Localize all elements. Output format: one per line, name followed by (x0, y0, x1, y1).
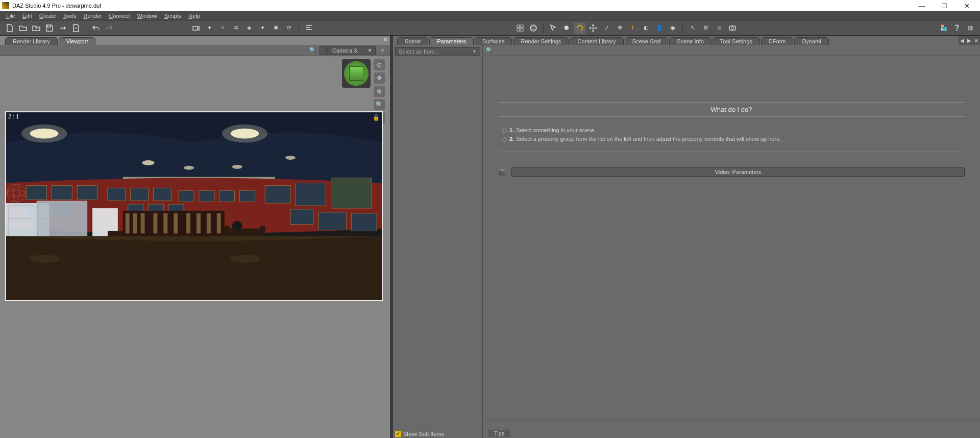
tab-scroll-left-icon[interactable]: ◀ (959, 36, 966, 45)
redo-icon[interactable] (104, 22, 115, 34)
save-as-icon[interactable] (70, 22, 82, 34)
camera-icon: 🎥 (323, 47, 330, 54)
tab-render-settings[interactable]: Render Settings (513, 37, 569, 45)
menu-file[interactable]: File (3, 13, 18, 19)
zoom-icon[interactable]: 🔍 (374, 99, 385, 110)
undo-icon[interactable] (90, 22, 102, 34)
svg-rect-24 (131, 188, 149, 201)
align-icon[interactable] (303, 22, 314, 34)
save-icon[interactable] (44, 22, 55, 34)
tab-parameters[interactable]: Parameters (429, 37, 474, 45)
render-settings-icon[interactable]: ⛭ (714, 22, 725, 34)
gear-tool-icon[interactable]: ⚙ (700, 22, 712, 34)
svg-rect-1 (517, 25, 520, 28)
perspective-icon[interactable] (514, 22, 526, 34)
import-icon[interactable] (31, 22, 42, 34)
menu-connect[interactable]: Connect (106, 13, 133, 19)
menu-help[interactable]: Help (185, 13, 203, 19)
camera-tool-icon[interactable] (190, 22, 202, 34)
tab-dform[interactable]: DForm (761, 37, 794, 45)
tab-surfaces[interactable]: Surfaces (475, 37, 512, 45)
viewport-render[interactable]: 2 : 1 🔓 (5, 111, 383, 301)
open-file-icon[interactable] (17, 22, 29, 34)
svg-rect-56 (163, 213, 167, 234)
menu-edit[interactable]: Edit (19, 13, 35, 19)
select-tool-icon[interactable] (548, 22, 559, 34)
video-parameters-button[interactable]: Video: Parameters (511, 167, 965, 177)
scale-tool-icon[interactable]: ⤢ (601, 22, 612, 34)
pointer-tool-icon[interactable]: ↖ (687, 22, 698, 34)
menu-tools[interactable]: Tools (60, 13, 80, 19)
panel-options-icon[interactable]: ≡ (973, 36, 980, 45)
spot-light-icon[interactable]: ✧ (217, 22, 228, 34)
item-selector-placeholder: Select an Item... (399, 48, 439, 55)
translate-tool-icon[interactable] (587, 22, 599, 34)
svg-rect-32 (331, 178, 372, 208)
search-icon[interactable]: 🔍 (308, 46, 317, 55)
tab-viewport[interactable]: Viewport (59, 37, 96, 45)
new-file-icon[interactable] (4, 22, 15, 34)
tab-scene-info[interactable]: Scene Info (669, 37, 712, 45)
pose-tool-icon[interactable]: 🚶 (627, 22, 639, 34)
group-icon[interactable]: ⟳ (283, 22, 295, 34)
store-icon[interactable]: 🏪 (938, 22, 949, 34)
lock-icon[interactable]: 🔓 (373, 114, 380, 121)
null-icon[interactable]: ✱ (270, 22, 281, 34)
help-icon[interactable]: ❔ (951, 22, 963, 34)
viewport-area[interactable]: ⊙ ✥ ⊕ 🔍 ⛶ 2 : 1 🔓 (0, 56, 390, 438)
spot-tool-icon[interactable]: ◉ (667, 22, 678, 34)
svg-point-11 (21, 125, 67, 143)
tab-scene-graf[interactable]: Scene Graf (625, 37, 669, 45)
maximize-button[interactable]: ☐ (933, 0, 955, 11)
export-icon[interactable] (57, 22, 68, 34)
show-sub-items-checkbox[interactable]: ✔ Show Sub Items (393, 429, 482, 438)
svg-rect-21 (52, 185, 72, 200)
rotate-tool-icon[interactable] (574, 22, 585, 34)
menu-scripts[interactable]: Scripts (161, 13, 185, 19)
svg-rect-61 (217, 213, 221, 234)
distant-light-icon[interactable]: ✲ (230, 22, 241, 34)
item-selector[interactable]: Select an Item... ▼ (395, 47, 480, 56)
parameter-search[interactable]: 🔍 (483, 45, 980, 56)
camera-selector[interactable]: 🎥 Camera 3 ▼ (320, 46, 376, 55)
tab-tips[interactable]: Tips (488, 430, 510, 437)
tab-scroll-right-icon[interactable]: ▶ (966, 36, 973, 45)
tab-scene[interactable]: Scene (397, 37, 428, 45)
view-cube[interactable] (342, 59, 371, 88)
linear-light-icon[interactable]: ✦ (257, 22, 268, 34)
tab-render-library[interactable]: Render Library (5, 37, 58, 45)
orbit-icon[interactable]: ⊙ (374, 59, 385, 70)
svg-rect-38 (290, 209, 313, 225)
dolly-icon[interactable]: ⊕ (374, 86, 385, 97)
minimize-button[interactable]: — (911, 0, 933, 11)
menu-render[interactable]: Render (80, 13, 105, 19)
surface-tool-icon[interactable]: ◐ (641, 22, 652, 34)
spot-render-icon[interactable]: ✦ (204, 22, 215, 34)
svg-point-6 (530, 27, 536, 29)
render-icon[interactable] (727, 22, 738, 34)
point-light-icon[interactable]: ◈ (243, 22, 255, 34)
tab-dynamic[interactable]: Dynami (794, 37, 828, 45)
menu-window[interactable]: Window (134, 13, 160, 19)
svg-rect-31 (296, 183, 326, 206)
right-panel: Scene Parameters Surfaces Render Setting… (393, 36, 980, 438)
layout-icon[interactable]: ▥ (965, 22, 976, 34)
pan-icon[interactable]: ✥ (374, 72, 385, 84)
panel-options-icon[interactable]: ≡ (382, 36, 389, 43)
viewport-options-icon[interactable]: ≡ (378, 46, 387, 55)
svg-rect-2 (521, 25, 523, 28)
svg-rect-20 (27, 185, 47, 200)
menu-create[interactable]: Create (36, 13, 59, 19)
close-button[interactable]: ✕ (955, 0, 978, 11)
bottom-tab-row: Tips (483, 428, 980, 438)
region-tool-icon[interactable]: 👤 (654, 22, 665, 34)
sphere-icon[interactable] (528, 22, 539, 34)
main-toolbar: ✦ ✧ ✲ ◈ ✦ ✱ ⟳ ⬢ ⤢ ✥ 🚶 ◐ 👤 ◉ ↖ ⚙ ⛭ 🏪 ❔ ▥ (0, 20, 980, 36)
help-header: What do I do? (498, 102, 965, 117)
tab-tool-settings[interactable]: Tool Settings (713, 37, 760, 45)
node-select-icon[interactable]: ⬢ (561, 22, 572, 34)
universal-tool-icon[interactable]: ✥ (614, 22, 625, 34)
tab-content-library[interactable]: Content Library (570, 37, 623, 45)
svg-rect-0 (193, 27, 198, 30)
property-tree[interactable] (393, 58, 482, 429)
